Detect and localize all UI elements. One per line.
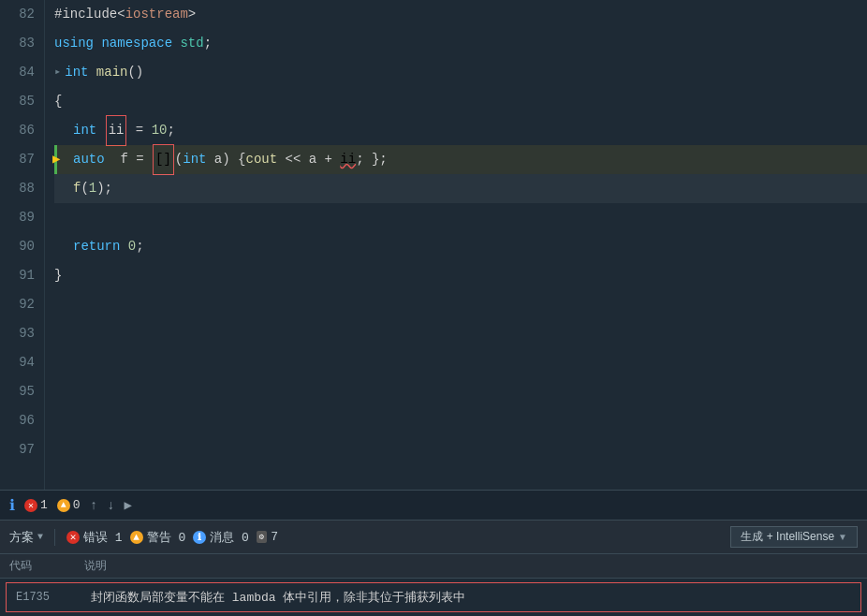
code-line-85: { xyxy=(54,87,867,116)
right-arrow-btn[interactable]: ▶ xyxy=(124,497,131,513)
code-line-90: return 0; xyxy=(54,232,867,261)
yellow-arrow-icon: ▶ xyxy=(52,145,60,174)
error-table-header: 代码 说明 xyxy=(0,554,867,579)
up-arrow-btn[interactable]: ↑ xyxy=(90,498,97,513)
line-numbers: 82 83 84 85 86 87 88 89 90 91 92 93 94 9… xyxy=(0,0,45,490)
code-line-83: using namespace std; xyxy=(54,29,867,58)
code-line-97 xyxy=(54,435,867,464)
error-count-badge[interactable]: ✕ 1 xyxy=(24,498,48,512)
solution-label: 方案 xyxy=(9,529,34,546)
solution-dropdown-arrow[interactable]: ▼ xyxy=(37,532,43,542)
special-label: 7 xyxy=(271,530,278,544)
line-num-94: 94 xyxy=(0,348,35,377)
special-icon: ⚙ xyxy=(257,531,267,543)
error-filter-btn[interactable]: ✕ 错误 1 xyxy=(66,529,123,546)
line-num-95: 95 xyxy=(0,377,35,406)
warning-count-badge[interactable]: ▲ 0 xyxy=(57,498,81,512)
code-line-86: int ii = 10; xyxy=(54,116,867,145)
error-count: 1 xyxy=(40,498,48,512)
error-code: E1735 xyxy=(16,591,72,604)
intellisense-label: 生成 + IntelliSense xyxy=(741,529,834,545)
code-line-88: f(1); xyxy=(54,174,867,203)
intellisense-dropdown-arrow: ▼ xyxy=(838,532,847,542)
warning-filter-btn[interactable]: ▲ 警告 0 xyxy=(130,529,186,546)
col-header-desc: 说明 xyxy=(84,558,858,574)
line-num-93: 93 xyxy=(0,319,35,348)
line-num-87: 87 xyxy=(0,145,35,174)
info-filter-icon: ℹ xyxy=(193,531,206,544)
down-arrow-btn[interactable]: ↓ xyxy=(107,498,114,513)
error-table-row[interactable]: E1735 封闭函数局部变量不能在 lambda 体中引用，除非其位于捕获列表中 xyxy=(6,582,861,612)
editor-area: 82 83 84 85 86 87 88 89 90 91 92 93 94 9… xyxy=(0,0,867,490)
warning-filter-icon: ▲ xyxy=(130,531,143,544)
notification-icon: ℹ xyxy=(9,496,15,515)
line-num-92: 92 xyxy=(0,290,35,319)
line-num-88: 88 xyxy=(0,174,35,203)
code-line-92 xyxy=(54,290,867,319)
toolbar-sep-1 xyxy=(54,529,55,546)
code-line-89 xyxy=(54,203,867,232)
error-filter-label: 错误 1 xyxy=(83,529,123,546)
line-num-90: 90 xyxy=(0,232,35,261)
line-num-85: 85 xyxy=(0,87,35,116)
code-line-94 xyxy=(54,348,867,377)
line-num-97: 97 xyxy=(0,435,35,464)
code-line-93 xyxy=(54,319,867,348)
error-description: 封闭函数局部变量不能在 lambda 体中引用，除非其位于捕获列表中 xyxy=(91,589,851,606)
col-header-code: 代码 xyxy=(9,558,66,574)
info-filter-btn[interactable]: ℹ 消息 0 xyxy=(193,529,249,546)
code-container: 82 83 84 85 86 87 88 89 90 91 92 93 94 9… xyxy=(0,0,867,490)
highlight-ii-86: ii xyxy=(106,115,127,146)
solution-dropdown[interactable]: 方案 ▼ xyxy=(9,529,43,546)
error-toolbar: 方案 ▼ ✕ 错误 1 ▲ 警告 0 ℹ 消息 0 ⚙ 7 生成 + Intel… xyxy=(0,521,867,554)
code-line-82: #include<iostream> xyxy=(54,0,867,29)
highlight-bracket-87: [] xyxy=(153,144,174,175)
line-num-82: 82 xyxy=(0,0,35,29)
code-line-87: auto f = [](int a) {cout << a + ii; }; ▶ xyxy=(54,145,867,174)
squiggly-ii-87: ii xyxy=(340,145,356,174)
code-line-91: } xyxy=(54,261,867,290)
error-filter-icon: ✕ xyxy=(66,531,80,544)
line-num-89: 89 xyxy=(0,203,35,232)
intellisense-btn[interactable]: 生成 + IntelliSense ▼ xyxy=(730,526,858,548)
warning-count: 0 xyxy=(73,498,81,512)
warning-icon: ▲ xyxy=(57,499,70,512)
error-panel: 方案 ▼ ✕ 错误 1 ▲ 警告 0 ℹ 消息 0 ⚙ 7 生成 + Intel… xyxy=(0,520,867,616)
info-filter-label: 消息 0 xyxy=(210,529,249,546)
code-line-96 xyxy=(54,406,867,435)
warning-filter-label: 警告 0 xyxy=(147,529,186,546)
error-icon: ✕ xyxy=(24,499,37,512)
special-filter-btn[interactable]: ⚙ 7 xyxy=(257,530,278,544)
code-line-84: ▸int main() xyxy=(54,58,867,87)
line-num-91: 91 xyxy=(0,261,35,290)
code-line-95 xyxy=(54,377,867,406)
line-num-86: 86 xyxy=(0,116,35,145)
line-num-96: 96 xyxy=(0,406,35,435)
code-lines[interactable]: #include<iostream> using namespace std; … xyxy=(45,0,867,490)
line-num-84: 84 xyxy=(0,58,35,87)
line-num-83: 83 xyxy=(0,29,35,58)
notification-bar: ℹ ✕ 1 ▲ 0 ↑ ↓ ▶ xyxy=(0,490,867,520)
